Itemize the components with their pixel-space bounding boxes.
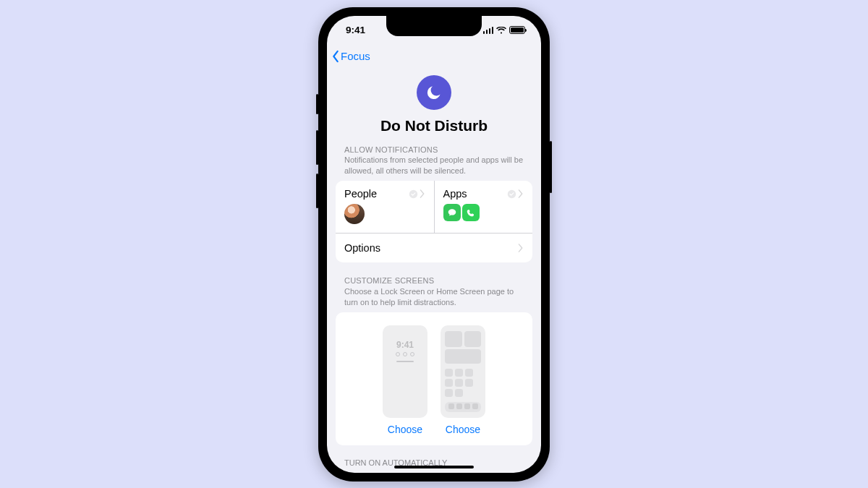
home-indicator[interactable] [394, 466, 474, 468]
customize-card: 9:41 Choose [336, 312, 532, 445]
allow-card: People Apps [336, 181, 532, 262]
auto-header: TURN ON AUTOMATICALLY [327, 445, 541, 467]
phone-screen: 9:41 Focus [327, 16, 541, 473]
allow-header: ALLOW NOTIFICATIONS Notifications from s… [327, 145, 541, 181]
options-cell[interactable]: Options [336, 234, 532, 262]
volume-up-button[interactable] [316, 130, 318, 165]
back-label: Focus [341, 50, 370, 62]
page-title: Do Not Disturb [327, 117, 541, 134]
lock-thumb-time: 9:41 [396, 340, 414, 350]
customize-header-desc: Choose a Lock Screen or Home Screen page… [344, 286, 524, 308]
allow-header-title: ALLOW NOTIFICATIONS [344, 145, 524, 155]
customize-header: CUSTOMIZE SCREENS Choose a Lock Screen o… [327, 262, 541, 312]
choose-home-button[interactable]: Choose [441, 424, 485, 435]
apps-label: Apps [443, 188, 467, 200]
chevron-right-icon [420, 189, 425, 198]
silence-icon [507, 189, 516, 199]
status-time: 9:41 [346, 25, 365, 35]
volume-down-button[interactable] [316, 174, 318, 208]
customize-header-title: CUSTOMIZE SCREENS [344, 275, 524, 286]
phone-frame: 9:41 Focus [318, 7, 550, 481]
silence-icon [409, 189, 418, 199]
lock-screen-thumb[interactable]: 9:41 [383, 325, 427, 418]
battery-icon [509, 26, 525, 34]
cellular-icon [483, 27, 494, 34]
people-cell[interactable]: People [336, 181, 434, 233]
chevron-left-icon [331, 50, 340, 63]
settings-content[interactable]: Focus Do Not Disturb ALLOW NOTIFICATIONS… [327, 16, 541, 473]
lock-thumb-widgets [396, 352, 414, 356]
power-button[interactable] [550, 141, 552, 193]
mute-switch[interactable] [316, 94, 318, 114]
choose-lock-button[interactable]: Choose [383, 424, 427, 435]
moon-icon [417, 75, 451, 110]
messages-app-icon [443, 204, 461, 221]
lock-screen-option: 9:41 Choose [383, 325, 427, 435]
people-label: People [344, 188, 377, 200]
home-screen-option: Choose [441, 325, 485, 435]
chevron-right-icon [518, 189, 524, 198]
home-screen-thumb[interactable] [441, 325, 485, 418]
apps-cell[interactable]: Apps [434, 181, 533, 233]
wifi-icon [496, 27, 506, 34]
allowed-person-avatar [344, 204, 365, 224]
phone-app-icon [462, 204, 480, 221]
chevron-right-icon [518, 244, 524, 252]
options-label: Options [344, 242, 380, 254]
back-button[interactable]: Focus [331, 50, 370, 63]
allow-header-desc: Notifications from selected people and a… [344, 155, 524, 176]
focus-hero: Do Not Disturb [327, 68, 541, 145]
notch [386, 16, 482, 36]
